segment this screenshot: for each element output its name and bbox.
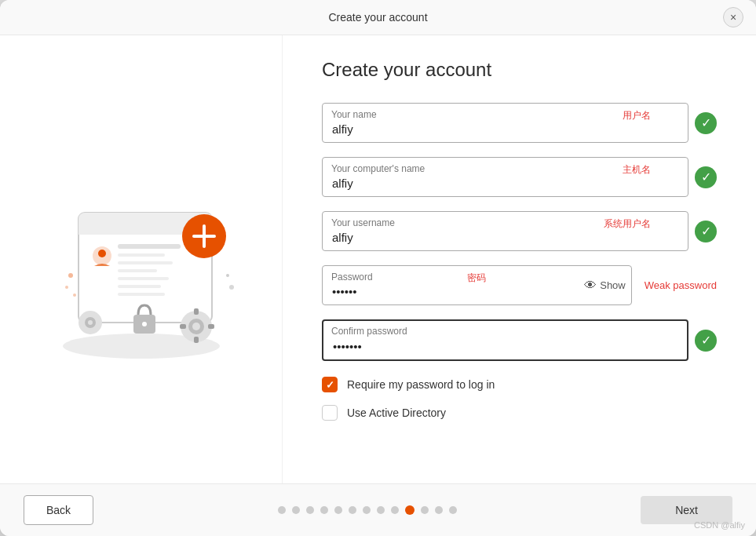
svg-point-28 — [68, 273, 73, 278]
require-password-label: Require my password to log in — [347, 378, 495, 391]
svg-point-29 — [65, 286, 68, 289]
require-password-row: Require my password to log in — [322, 377, 717, 392]
confirm-password-group: Confirm password ✓ — [322, 319, 717, 361]
svg-rect-22 — [194, 337, 199, 343]
svg-rect-10 — [118, 293, 165, 296]
computer-name-group: Your computer's name 主机名 ✓ — [322, 157, 717, 197]
pagination-dots — [278, 505, 457, 515]
your-name-group: Your name 用户名 ✓ — [322, 103, 717, 143]
svg-rect-5 — [118, 253, 165, 257]
left-panel — [0, 35, 283, 483]
svg-point-12 — [98, 250, 106, 257]
svg-rect-4 — [118, 244, 181, 249]
weak-password-badge: Weak password — [645, 279, 717, 291]
pagination-dot-4 — [320, 506, 328, 514]
username-check-icon: ✓ — [695, 221, 717, 242]
form-heading: Create your account — [322, 59, 717, 81]
your-name-input[interactable] — [322, 103, 688, 143]
svg-point-31 — [226, 274, 229, 277]
svg-point-32 — [229, 285, 234, 290]
confirm-password-input[interactable] — [322, 319, 688, 361]
pagination-dot-7 — [363, 506, 371, 514]
eye-icon: 👁 — [584, 279, 597, 293]
back-button[interactable]: Back — [24, 495, 93, 525]
svg-rect-8 — [118, 277, 169, 280]
pagination-dot-12 — [435, 506, 443, 514]
content-area: Create your account Your name 用户名 ✓ Your… — [0, 35, 756, 483]
svg-rect-23 — [180, 324, 186, 329]
username-input[interactable] — [322, 211, 688, 251]
pagination-dot-3 — [306, 506, 314, 514]
footer: Back Next — [0, 483, 756, 536]
window-title: Create your account — [328, 11, 427, 24]
title-bar: Create your account × — [0, 0, 756, 35]
svg-rect-7 — [118, 269, 157, 272]
pagination-dot-1 — [278, 506, 286, 514]
pagination-dot-5 — [334, 506, 342, 514]
svg-rect-6 — [118, 261, 173, 264]
username-group: Your username 系统用户名 ✓ — [322, 211, 717, 251]
use-active-dir-checkbox[interactable] — [322, 405, 338, 421]
svg-point-20 — [192, 323, 200, 330]
pagination-dot-13 — [449, 506, 457, 514]
watermark: CSDN @alfiy — [694, 520, 745, 530]
svg-rect-9 — [118, 285, 161, 288]
pagination-dot-8 — [377, 506, 385, 514]
svg-point-17 — [142, 322, 147, 326]
password-group: Password 密码 👁 Show Weak password — [322, 265, 717, 305]
computer-name-input[interactable] — [322, 157, 688, 197]
show-label: Show — [600, 279, 626, 291]
pagination-dot-9 — [391, 506, 399, 514]
svg-point-30 — [73, 294, 76, 297]
pagination-dot-6 — [349, 506, 356, 514]
pagination-dot-11 — [421, 506, 429, 514]
require-password-checkbox[interactable] — [322, 377, 338, 392]
your-name-check-icon: ✓ — [695, 112, 717, 134]
right-panel: Create your account Your name 用户名 ✓ Your… — [283, 35, 756, 483]
pagination-dot-10 — [405, 505, 415, 515]
close-button[interactable]: × — [723, 7, 743, 27]
svg-rect-21 — [194, 308, 199, 315]
computer-name-check-icon: ✓ — [695, 166, 717, 188]
svg-rect-24 — [208, 324, 214, 329]
use-active-dir-row: Use Active Directory — [322, 405, 717, 421]
pagination-dot-2 — [292, 506, 300, 514]
svg-point-27 — [88, 320, 93, 325]
illustration — [31, 150, 251, 370]
show-password-button[interactable]: 👁 Show — [584, 279, 626, 293]
confirm-password-check-icon: ✓ — [695, 330, 717, 352]
window: Create your account × — [0, 0, 756, 536]
use-active-dir-label: Use Active Directory — [347, 407, 446, 419]
